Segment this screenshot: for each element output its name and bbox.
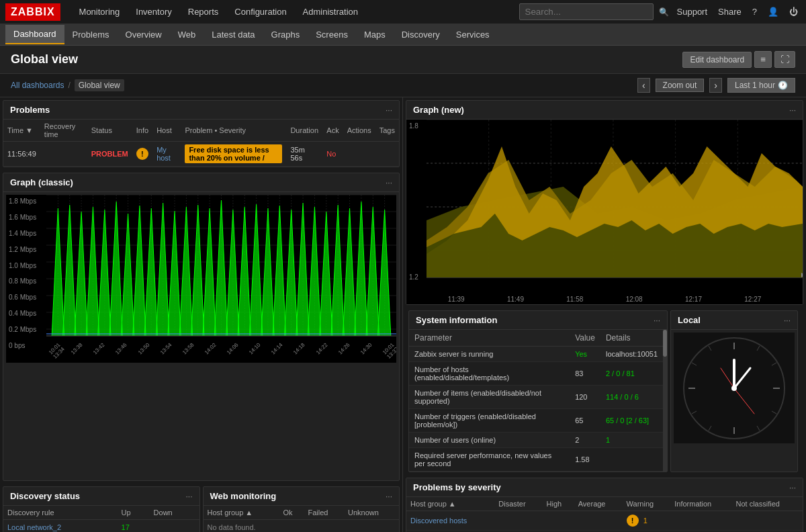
nav-monitoring[interactable]: Monitoring bbox=[71, 1, 128, 22]
user-icon[interactable]: 👤 bbox=[765, 4, 781, 19]
svg-marker-52 bbox=[214, 200, 227, 336]
clock-icon: 🕐 bbox=[778, 81, 788, 90]
graph-new-svg bbox=[427, 120, 803, 294]
search-icon[interactable]: 🔍 bbox=[659, 7, 669, 17]
help-icon[interactable]: ? bbox=[750, 4, 760, 19]
sub-nav-problems[interactable]: Problems bbox=[64, 26, 118, 44]
problem-actions bbox=[343, 142, 375, 167]
problems-severity-title: Problems by severity bbox=[413, 482, 501, 492]
problems-table: Time ▼ Recovery time Status Info Host Pr… bbox=[3, 120, 399, 167]
right-column: Graph (new) ··· 1.8 1.2 bbox=[403, 97, 806, 532]
severity-table: Host group ▲ Disaster High Average Warni… bbox=[406, 497, 803, 532]
problem-ack[interactable]: No bbox=[322, 142, 343, 167]
sysinfo-param-6: Required server performance, new values … bbox=[409, 448, 570, 472]
sysinfo-scrollbar-thumb[interactable] bbox=[663, 330, 667, 357]
svg-marker-65 bbox=[366, 207, 379, 336]
svg-marker-60 bbox=[308, 207, 320, 336]
svg-marker-63 bbox=[343, 208, 355, 336]
problems-panel: Problems ··· Time ▼ Recovery time Status… bbox=[3, 100, 400, 167]
last-hour-button[interactable]: Last 1 hour 🕐 bbox=[727, 78, 795, 93]
sub-nav-discovery[interactable]: Discovery bbox=[394, 26, 448, 44]
col-info: Info bbox=[132, 120, 152, 142]
search-input[interactable] bbox=[519, 3, 654, 20]
sub-nav-dashboard[interactable]: Dashboard bbox=[5, 25, 64, 44]
graph-new-xaxis: 11:39 11:49 11:58 12:08 12:17 12:27 bbox=[406, 294, 803, 304]
table-row: 11:56:49 PROBLEM ! My host Free disk spa… bbox=[3, 142, 399, 167]
dashboard-fullscreen-icon[interactable]: ⛶ bbox=[774, 51, 795, 68]
sub-nav-latest-data[interactable]: Latest data bbox=[204, 26, 263, 44]
sysinfo-value-5: 2 bbox=[570, 433, 600, 448]
sysinfo-details-3: 114 / 0 / 6 bbox=[600, 386, 663, 409]
col-ok-web: Ok bbox=[279, 506, 304, 520]
problems-severity-header: Problems by severity ··· bbox=[406, 478, 803, 497]
system-info-panel: System information ··· Parameter Value bbox=[408, 310, 668, 472]
problem-host[interactable]: My host bbox=[152, 142, 181, 167]
col-time[interactable]: Time ▼ bbox=[3, 120, 40, 142]
sub-nav-overview[interactable]: Overview bbox=[118, 26, 170, 44]
severity-information-1 bbox=[670, 511, 731, 531]
col-status: Status bbox=[87, 120, 132, 142]
sub-nav-services[interactable]: Services bbox=[448, 26, 498, 44]
graph-classic-title: Graph (classic) bbox=[10, 177, 73, 187]
logout-icon[interactable]: ⏻ bbox=[787, 4, 801, 19]
graph-classic-yaxis: 1.8 Mbps 1.6 Mbps 1.4 Mbps 1.2 Mbps 1.0 … bbox=[6, 195, 46, 363]
col-warning: Warning bbox=[623, 497, 671, 511]
edit-dashboard-button[interactable]: Edit dashboard bbox=[682, 52, 752, 68]
local-panel: Local ··· bbox=[670, 310, 798, 472]
svg-marker-47 bbox=[156, 203, 169, 336]
support-link[interactable]: Support bbox=[674, 4, 711, 19]
nav-inventory[interactable]: Inventory bbox=[128, 1, 179, 22]
zoom-next-button[interactable]: › bbox=[709, 78, 722, 93]
col-high: High bbox=[543, 497, 574, 511]
local-panel-menu[interactable]: ··· bbox=[784, 316, 791, 325]
discovery-status-menu[interactable]: ··· bbox=[185, 492, 192, 501]
discovery-status-header: Discovery status ··· bbox=[3, 487, 199, 506]
graph-new-menu[interactable]: ··· bbox=[789, 105, 796, 115]
sub-nav-graphs[interactable]: Graphs bbox=[263, 26, 308, 44]
col-details: Details bbox=[600, 330, 663, 347]
sysinfo-value-3: 120 bbox=[570, 386, 600, 409]
sysinfo-details-5: 1 bbox=[600, 433, 663, 448]
svg-marker-57 bbox=[273, 206, 285, 336]
discovery-down-count bbox=[150, 520, 199, 533]
discovery-rule-name[interactable]: Local network_2 bbox=[3, 520, 118, 533]
sub-nav-maps[interactable]: Maps bbox=[356, 26, 394, 44]
web-monitoring-panel: Web monitoring ··· Host group ▲ Ok Faile… bbox=[203, 486, 400, 532]
nav-configuration[interactable]: Configuration bbox=[226, 1, 294, 22]
sysinfo-scrollbar[interactable] bbox=[663, 330, 667, 472]
nav-administration[interactable]: Administration bbox=[295, 1, 366, 22]
graph-classic-xaxis: 10:0113:34 13:38 13:42 13:46 13:50 13:54… bbox=[46, 351, 396, 363]
problems-severity-menu[interactable]: ··· bbox=[789, 483, 796, 492]
graph-classic-svg bbox=[46, 195, 396, 349]
zoom-prev-button[interactable]: ‹ bbox=[637, 78, 650, 93]
col-duration: Duration bbox=[286, 120, 322, 142]
logo-brand[interactable]: ZABBIX bbox=[5, 3, 60, 21]
severity-hostgroup-1[interactable]: Discovered hosts bbox=[406, 511, 494, 531]
web-monitoring-menu[interactable]: ··· bbox=[386, 492, 392, 501]
dashboard-list-icon[interactable]: ≡ bbox=[754, 51, 772, 68]
share-link[interactable]: Share bbox=[715, 4, 744, 19]
problems-panel-menu[interactable]: ··· bbox=[386, 105, 392, 115]
nav-reports[interactable]: Reports bbox=[180, 1, 227, 22]
graph-classic-menu[interactable]: ··· bbox=[386, 178, 392, 187]
sysinfo-details-4: 65 / 0 [2 / 63] bbox=[600, 409, 663, 433]
graph-classic-panel: Graph (classic) ··· 1.8 Mbps 1.6 Mbps 1.… bbox=[3, 173, 400, 481]
breadcrumb-right: ‹ Zoom out › Last 1 hour 🕐 bbox=[637, 78, 795, 93]
col-discovery-rule: Discovery rule bbox=[3, 506, 118, 520]
col-hostgroup-sev[interactable]: Host group ▲ bbox=[406, 497, 494, 511]
severity-average-1 bbox=[574, 511, 623, 531]
system-info-menu[interactable]: ··· bbox=[654, 316, 660, 325]
zoom-out-button[interactable]: Zoom out bbox=[656, 79, 705, 92]
col-hostgroup-web[interactable]: Host group ▲ bbox=[204, 506, 279, 520]
svg-marker-44 bbox=[121, 214, 134, 336]
sub-nav-screens[interactable]: Screens bbox=[308, 26, 356, 44]
graph-new-area: 1.8 1.2 bbox=[406, 120, 803, 304]
col-information: Information bbox=[670, 497, 731, 511]
table-row: No data found. bbox=[204, 520, 400, 533]
breadcrumb-all-dashboards[interactable]: All dashboards bbox=[11, 81, 64, 90]
col-unknown-web: Unknown bbox=[344, 506, 399, 520]
clock-container bbox=[674, 332, 795, 443]
bottom-panels: Discovery status ··· Discovery rule Up D… bbox=[0, 484, 402, 532]
sub-nav-web[interactable]: Web bbox=[170, 26, 204, 44]
graph-new-header: Graph (new) ··· bbox=[406, 101, 803, 120]
